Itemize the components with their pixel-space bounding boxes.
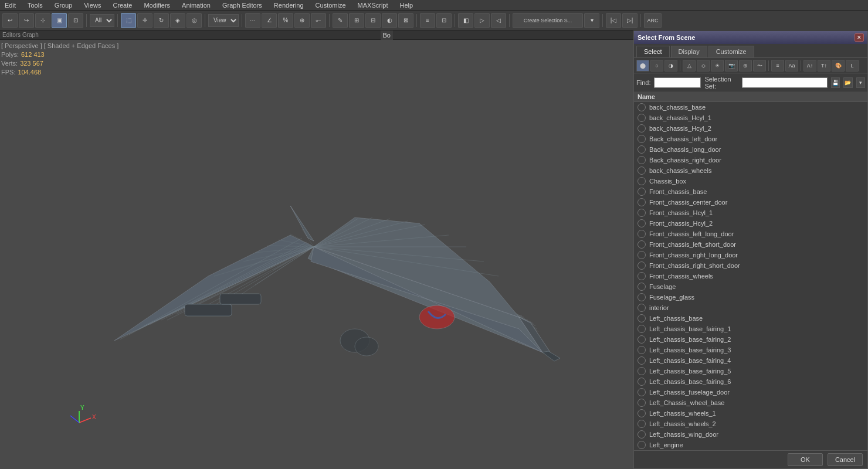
select-scale-button[interactable]: ◈ <box>170 13 185 28</box>
list-types-button[interactable]: ≡ <box>771 60 784 72</box>
sel-set-save-button[interactable]: 💾 <box>831 77 840 88</box>
create-selection-dropdown[interactable]: ▾ <box>584 13 599 28</box>
list-item[interactable]: Fuselage_glass <box>634 292 867 303</box>
percent-snap-button[interactable]: % <box>278 13 293 28</box>
select-filter-button[interactable]: ⊡ <box>68 13 83 28</box>
angle-snap-button[interactable]: ∠ <box>262 13 277 28</box>
help-button[interactable]: ARC <box>644 13 662 28</box>
undo-button[interactable]: ↩ <box>2 13 18 28</box>
select-region-button[interactable]: ▣ <box>52 13 67 28</box>
list-item[interactable]: Front_chassis_right_long_door <box>634 250 867 260</box>
find-input[interactable] <box>654 77 701 88</box>
list-item[interactable]: Left_Chassis_wheel_base <box>634 397 867 408</box>
list-item[interactable]: Front_chassis_right_short_door <box>634 260 867 271</box>
list-item[interactable]: interior <box>634 303 867 313</box>
magnet-button[interactable]: ⟜ <box>311 13 326 28</box>
layer-manager-button[interactable]: ≡ <box>420 13 435 28</box>
place-highlight-button[interactable]: ◐ <box>382 13 397 28</box>
select-all-button[interactable]: ⬤ <box>636 60 649 72</box>
sort-alphabetical-button[interactable]: A↑ <box>803 60 816 72</box>
next-key-button[interactable]: ▷| <box>622 13 638 28</box>
select-lights-button[interactable]: ☀ <box>711 60 724 72</box>
list-item[interactable]: Left_chassis_base <box>634 313 867 324</box>
sort-by-type-button[interactable]: T↑ <box>818 60 830 72</box>
menu-edit[interactable]: Edit <box>2 2 18 9</box>
list-item[interactable]: back_chassis_Hcyl_2 <box>634 123 867 134</box>
select-object-button[interactable]: ⊹ <box>35 13 50 28</box>
menu-graph-editors[interactable]: Graph Editors <box>220 2 265 9</box>
list-item[interactable]: Left_chassis_wing_door <box>634 429 867 440</box>
sel-set-more-button[interactable]: ▾ <box>856 77 865 88</box>
list-item[interactable]: back_chassis_base <box>634 102 867 113</box>
tab-select[interactable]: Select <box>636 46 670 57</box>
menu-help[interactable]: Help <box>398 2 416 9</box>
align-button[interactable]: ⊟ <box>365 13 381 28</box>
menu-tools[interactable]: Tools <box>25 2 45 9</box>
list-item[interactable]: Front_chassis_left_long_door <box>634 229 867 239</box>
tab-customize[interactable]: Customize <box>708 46 754 57</box>
sel-set-load-button[interactable]: 📂 <box>843 77 852 88</box>
named-sel-button[interactable]: ✎ <box>333 13 348 28</box>
list-item[interactable]: Front_chassis_Hcyl_1 <box>634 208 867 218</box>
list-item[interactable]: Left_chassis_base_fairing_1 <box>634 324 867 334</box>
sort-by-layer-button[interactable]: L <box>846 60 859 72</box>
select-manip-button[interactable]: ◎ <box>187 13 202 28</box>
render-frame-button[interactable]: ▷ <box>474 13 490 28</box>
menu-views[interactable]: Views <box>82 2 103 9</box>
list-item[interactable]: Left_chassis_base_fairing_4 <box>634 355 867 366</box>
list-item[interactable]: Left_engine <box>634 440 867 450</box>
list-item[interactable]: Back_chassis_long_door <box>634 144 867 155</box>
select-cameras-button[interactable]: 📷 <box>725 60 738 72</box>
case-sensitive-button[interactable]: Aa <box>785 60 798 72</box>
select-button[interactable]: ⬚ <box>121 13 136 28</box>
list-item[interactable]: Fuselage <box>634 281 867 292</box>
render-last-button[interactable]: ◁ <box>491 13 506 28</box>
mirror-button[interactable]: ⊞ <box>349 13 364 28</box>
menu-customize[interactable]: Customize <box>313 2 348 9</box>
list-item[interactable]: Back_chassis_left_door <box>634 134 867 144</box>
list-item[interactable]: Left_chassis_base_fairing_6 <box>634 376 867 387</box>
filter-dropdown[interactable]: All <box>90 14 114 27</box>
list-item[interactable]: Front_chassis_base <box>634 186 867 197</box>
menu-animation[interactable]: Animation <box>179 2 213 9</box>
menu-group[interactable]: Group <box>52 2 75 9</box>
menu-rendering[interactable]: Rendering <box>272 2 306 9</box>
list-item[interactable]: Left_chassis_base_fairing_3 <box>634 345 867 355</box>
list-item[interactable]: back_chassis_Hcyl_1 <box>634 113 867 123</box>
list-item[interactable]: back_chassis_wheels <box>634 165 867 176</box>
list-item[interactable]: Left_chassis_base_fairing_2 <box>634 334 867 345</box>
list-item[interactable]: Front_chassis_left_short_door <box>634 239 867 250</box>
cancel-button[interactable]: Cancel <box>828 453 863 466</box>
align-camera-button[interactable]: ⊠ <box>398 13 413 28</box>
schematic-view-button[interactable]: ⊡ <box>436 13 452 28</box>
select-shapes-button[interactable]: ◇ <box>697 60 710 72</box>
viewport[interactable]: Editors Graph Bo [ Perspective ] [ Shade… <box>0 30 633 469</box>
menu-maxscript[interactable]: MAXScript <box>355 2 391 9</box>
sort-by-color-button[interactable]: 🎨 <box>832 60 845 72</box>
list-item[interactable]: Front_chassis_Hcyl_2 <box>634 218 867 229</box>
ref-coord-dropdown[interactable]: View <box>208 14 239 27</box>
list-item[interactable]: Left_chassis_base_fairing_5 <box>634 366 867 376</box>
spinner-snap-button[interactable]: ⊕ <box>294 13 310 28</box>
select-move-button[interactable]: ✛ <box>137 13 152 28</box>
list-item[interactable]: Front_chassis_center_door <box>634 197 867 208</box>
dialog-close-button[interactable]: ✕ <box>855 33 864 42</box>
select-none-button[interactable]: ○ <box>650 60 663 72</box>
render-setup-button[interactable]: ◧ <box>458 13 473 28</box>
select-invert-button[interactable]: ◑ <box>664 60 677 72</box>
select-spacewarps-button[interactable]: 〜 <box>753 60 766 72</box>
list-item[interactable]: Left_chassis_wheels_2 <box>634 419 867 429</box>
select-geometry-button[interactable]: △ <box>683 60 696 72</box>
redo-button[interactable]: ↪ <box>19 13 34 28</box>
list-item[interactable]: Front_chassis_wheels <box>634 271 867 281</box>
list-item[interactable]: Back_chassis_right_door <box>634 155 867 165</box>
menu-modifiers[interactable]: Modifiers <box>141 2 172 9</box>
snap-3d-button[interactable]: ⋯ <box>245 13 260 28</box>
list-item[interactable]: Left_chassis_fuselage_door <box>634 387 867 397</box>
ok-button[interactable]: OK <box>788 453 823 466</box>
selection-set-input[interactable] <box>742 77 828 88</box>
list-item[interactable]: Chassis_box <box>634 176 867 186</box>
create-selection-set-button[interactable]: Create Selection S... <box>513 13 583 28</box>
select-helpers-button[interactable]: ⊕ <box>739 60 752 72</box>
object-list[interactable]: back_chassis_baseback_chassis_Hcyl_1back… <box>634 102 867 450</box>
